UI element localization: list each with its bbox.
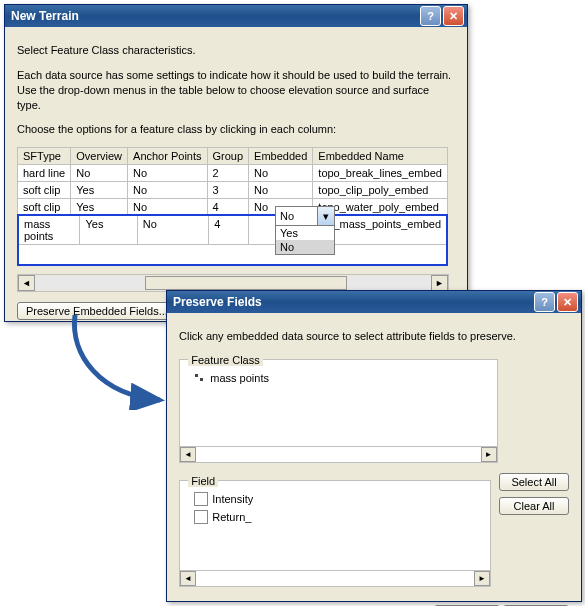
preserve-fields-dialog: Preserve Fields ? ✕ Click any embedded d… (166, 290, 582, 602)
feature-class-table[interactable]: SFType Overview Anchor Points Group Embe… (17, 147, 448, 216)
titlebar: Preserve Fields ? ✕ (167, 291, 581, 313)
col-sftype[interactable]: SFType (18, 148, 71, 165)
col-overview[interactable]: Overview (71, 148, 128, 165)
scroll-left-arrow[interactable]: ◄ (180, 571, 196, 586)
dropdown-opt-no[interactable]: No (276, 240, 334, 254)
choose-text: Choose the options for a feature class b… (17, 122, 455, 137)
col-group[interactable]: Group (207, 148, 249, 165)
list-item[interactable]: Return_ (188, 508, 482, 526)
select-all-button[interactable]: Select All (499, 473, 569, 491)
field-list: Field Intensity Return_ ◄ ► (179, 475, 491, 588)
dialog-body: Select Feature Class characteristics. Ea… (5, 27, 467, 330)
scroll-thumb[interactable] (145, 276, 347, 290)
dialog-title: New Terrain (11, 9, 79, 23)
close-button[interactable]: ✕ (443, 6, 464, 26)
help-button[interactable]: ? (420, 6, 441, 26)
dialog-body: Click any embedded data source to select… (167, 313, 581, 606)
instruction-text: Click any embedded data source to select… (179, 329, 569, 344)
scroll-left-arrow[interactable]: ◄ (18, 275, 35, 291)
table-row[interactable]: hard line No No 2 No topo_break_lines_em… (18, 165, 448, 182)
col-ename[interactable]: Embedded Name (313, 148, 448, 165)
list-item[interactable]: Intensity (188, 490, 482, 508)
intro-text: Select Feature Class characteristics. (17, 43, 455, 58)
dialog-title: Preserve Fields (173, 295, 262, 309)
table-row[interactable]: soft clip Yes No 4 No topo_water_poly_em… (18, 199, 448, 216)
col-anchor[interactable]: Anchor Points (128, 148, 207, 165)
list-item[interactable]: mass points (188, 370, 488, 386)
embedded-dropdown[interactable]: No ▾ Yes No (275, 206, 335, 255)
chevron-down-icon[interactable]: ▾ (317, 207, 334, 225)
dropdown-opt-yes[interactable]: Yes (276, 226, 334, 240)
checkbox[interactable] (194, 492, 208, 506)
feature-class-list: Feature Class mass points ◄ ► (179, 354, 498, 463)
col-embedded[interactable]: Embedded (249, 148, 313, 165)
checkbox[interactable] (194, 510, 208, 524)
field-label: Field (188, 475, 218, 487)
scroll-right-arrow[interactable]: ► (481, 447, 497, 462)
scroll-right-arrow[interactable]: ► (431, 275, 448, 291)
highlighted-row[interactable]: mass points Yes No 4 topo_mass_points_em… (17, 214, 448, 266)
preserve-embedded-fields-button[interactable]: Preserve Embedded Fields... (17, 302, 177, 320)
table-row[interactable]: soft clip Yes No 3 No topo_clip_poly_emb… (18, 182, 448, 199)
new-terrain-dialog: New Terrain ? ✕ Select Feature Class cha… (4, 4, 468, 322)
scroll-right-arrow[interactable]: ► (474, 571, 490, 586)
clear-all-button[interactable]: Clear All (499, 497, 569, 515)
help-button[interactable]: ? (534, 292, 555, 312)
titlebar: New Terrain ? ✕ (5, 5, 467, 27)
points-icon (194, 372, 206, 384)
description-text: Each data source has some settings to in… (17, 68, 455, 113)
scroll-left-arrow[interactable]: ◄ (180, 447, 196, 462)
feature-class-label: Feature Class (188, 354, 262, 366)
close-button[interactable]: ✕ (557, 292, 578, 312)
